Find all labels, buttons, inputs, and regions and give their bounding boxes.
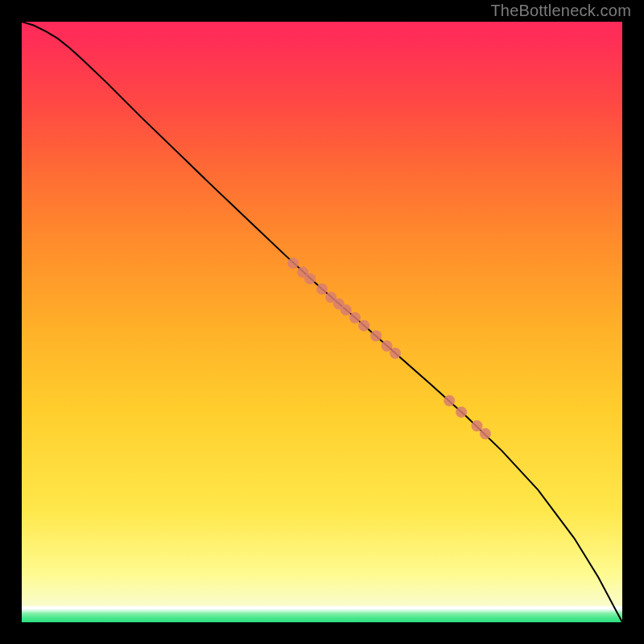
marker-dot (304, 273, 316, 284)
marker-dot (349, 312, 361, 324)
marker-dot (444, 395, 455, 407)
chart-stage: TheBottleneck.com (0, 0, 644, 644)
curve-line (22, 22, 622, 622)
marker-dot (341, 304, 352, 316)
watermark-text: TheBottleneck.com (490, 2, 631, 20)
marker-dot (472, 420, 483, 431)
marker-dot (480, 428, 491, 440)
plot-area (22, 22, 622, 622)
marker-dot (456, 407, 467, 418)
marker-dot (287, 258, 299, 269)
marker-dot (390, 348, 401, 359)
marker-dot (316, 283, 328, 295)
plot-svg (22, 22, 622, 622)
marker-dot (370, 330, 382, 341)
marker-dot (358, 320, 369, 332)
